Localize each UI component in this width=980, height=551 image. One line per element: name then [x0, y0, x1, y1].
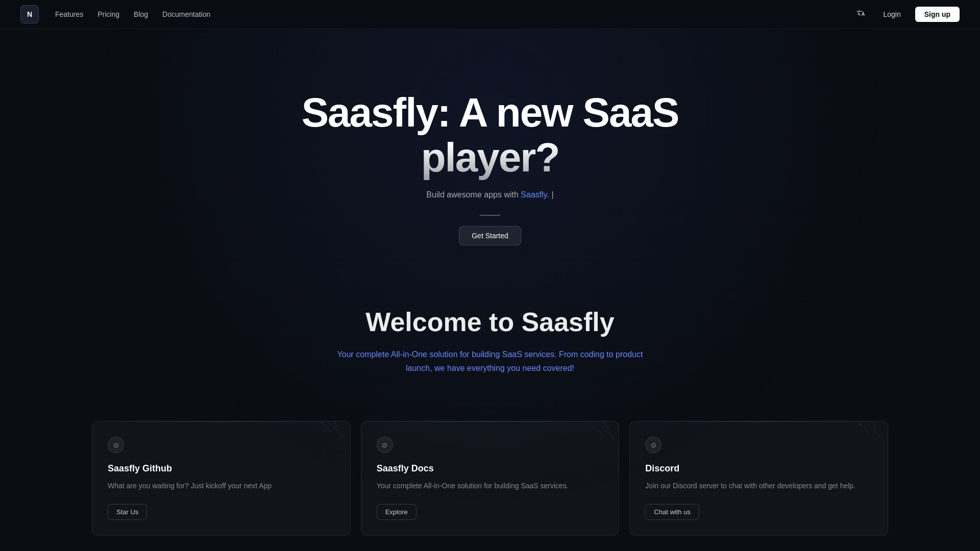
card-docs-icon: ⊙: [377, 437, 393, 453]
nav-pricing[interactable]: Pricing: [97, 10, 119, 18]
hero-divider: [480, 215, 500, 216]
get-started-button[interactable]: Get Started: [459, 226, 521, 245]
card-discord-title: Discord: [645, 463, 872, 474]
card-deco-docs: [464, 421, 619, 535]
cards-container: ⊙ Saasfly Github What are you waiting fo…: [0, 421, 980, 535]
nav-blog[interactable]: Blog: [134, 10, 148, 18]
hero-subtitle-link[interactable]: Saasfly.: [521, 190, 549, 199]
card-docs: ⊙ Saasfly Docs Your complete All-in-One …: [361, 421, 620, 535]
card-discord-desc: Join our Discord server to chat with oth…: [645, 480, 872, 491]
welcome-section: Welcome to Saasfly Your complete All-in-…: [0, 276, 980, 421]
navbar-right: Login Sign up: [852, 6, 960, 22]
card-deco-github: [195, 421, 350, 535]
card-discord-icon: ⊙: [645, 437, 662, 453]
welcome-highlight: everything you need covered!: [467, 364, 574, 372]
login-button[interactable]: Login: [877, 7, 906, 21]
card-github-desc: What are you waiting for? Just kickoff y…: [108, 480, 335, 491]
translate-icon[interactable]: [852, 6, 869, 22]
card-docs-button[interactable]: Explore: [377, 504, 416, 520]
logo[interactable]: N: [20, 5, 39, 23]
welcome-description: Your complete All-in-One solution for bu…: [327, 347, 653, 375]
card-discord: ⊙ Discord Join our Discord server to cha…: [629, 421, 888, 535]
card-github-icon: ⊙: [108, 437, 124, 453]
nav-documentation[interactable]: Documentation: [162, 10, 210, 18]
hero-title: Saasfly: A new SaaS player?: [286, 90, 694, 180]
welcome-title: Welcome to Saasfly: [20, 307, 960, 337]
card-github-title: Saasfly Github: [108, 463, 335, 474]
card-docs-desc: Your complete All-in-One solution for bu…: [377, 480, 604, 491]
card-github-button[interactable]: Star Us: [108, 504, 147, 520]
navbar: N Features Pricing Blog Documentation Lo…: [0, 0, 980, 29]
hero-cursor: |: [549, 190, 554, 199]
card-docs-title: Saasfly Docs: [377, 463, 604, 474]
nav-links: Features Pricing Blog Documentation: [55, 10, 210, 18]
card-discord-button[interactable]: Chat with us: [645, 504, 699, 520]
nav-features[interactable]: Features: [55, 10, 83, 18]
signup-button[interactable]: Sign up: [915, 7, 960, 22]
card-deco-discord: [733, 421, 888, 535]
hero-subtitle: Build awesome apps with Saasfly. |: [0, 190, 980, 199]
navbar-left: N Features Pricing Blog Documentation: [20, 5, 210, 23]
hero-section: Saasfly: A new SaaS player? Build awesom…: [0, 29, 980, 276]
card-github: ⊙ Saasfly Github What are you waiting fo…: [92, 421, 351, 535]
